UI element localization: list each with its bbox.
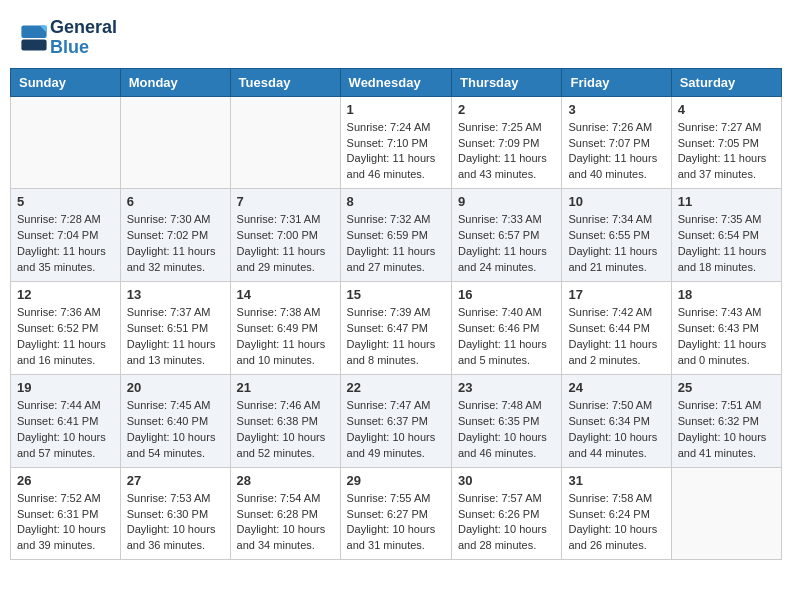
day-number: 14 [237, 287, 334, 302]
cell-content: Sunrise: 7:58 AM Sunset: 6:24 PM Dayligh… [568, 491, 664, 555]
day-number: 17 [568, 287, 664, 302]
calendar-cell: 24Sunrise: 7:50 AM Sunset: 6:34 PM Dayli… [562, 374, 671, 467]
calendar-cell: 8Sunrise: 7:32 AM Sunset: 6:59 PM Daylig… [340, 189, 451, 282]
cell-content: Sunrise: 7:28 AM Sunset: 7:04 PM Dayligh… [17, 212, 114, 276]
cell-content: Sunrise: 7:47 AM Sunset: 6:37 PM Dayligh… [347, 398, 445, 462]
calendar-cell: 27Sunrise: 7:53 AM Sunset: 6:30 PM Dayli… [120, 467, 230, 560]
cell-content: Sunrise: 7:43 AM Sunset: 6:43 PM Dayligh… [678, 305, 775, 369]
calendar-cell: 7Sunrise: 7:31 AM Sunset: 7:00 PM Daylig… [230, 189, 340, 282]
cell-content: Sunrise: 7:55 AM Sunset: 6:27 PM Dayligh… [347, 491, 445, 555]
calendar-cell: 6Sunrise: 7:30 AM Sunset: 7:02 PM Daylig… [120, 189, 230, 282]
cell-content: Sunrise: 7:38 AM Sunset: 6:49 PM Dayligh… [237, 305, 334, 369]
day-number: 23 [458, 380, 555, 395]
calendar-cell: 17Sunrise: 7:42 AM Sunset: 6:44 PM Dayli… [562, 282, 671, 375]
cell-content: Sunrise: 7:37 AM Sunset: 6:51 PM Dayligh… [127, 305, 224, 369]
calendar-week-row: 5Sunrise: 7:28 AM Sunset: 7:04 PM Daylig… [11, 189, 782, 282]
cell-content: Sunrise: 7:35 AM Sunset: 6:54 PM Dayligh… [678, 212, 775, 276]
svg-rect-1 [21, 39, 46, 50]
logo: General Blue [20, 18, 117, 58]
calendar-cell: 5Sunrise: 7:28 AM Sunset: 7:04 PM Daylig… [11, 189, 121, 282]
calendar-table: SundayMondayTuesdayWednesdayThursdayFrid… [10, 68, 782, 561]
day-number: 28 [237, 473, 334, 488]
cell-content: Sunrise: 7:31 AM Sunset: 7:00 PM Dayligh… [237, 212, 334, 276]
day-number: 29 [347, 473, 445, 488]
day-number: 4 [678, 102, 775, 117]
calendar-week-row: 19Sunrise: 7:44 AM Sunset: 6:41 PM Dayli… [11, 374, 782, 467]
calendar-cell: 30Sunrise: 7:57 AM Sunset: 6:26 PM Dayli… [452, 467, 562, 560]
day-number: 6 [127, 194, 224, 209]
day-number: 24 [568, 380, 664, 395]
day-number: 3 [568, 102, 664, 117]
cell-content: Sunrise: 7:48 AM Sunset: 6:35 PM Dayligh… [458, 398, 555, 462]
day-number: 30 [458, 473, 555, 488]
calendar-cell: 16Sunrise: 7:40 AM Sunset: 6:46 PM Dayli… [452, 282, 562, 375]
calendar-cell: 21Sunrise: 7:46 AM Sunset: 6:38 PM Dayli… [230, 374, 340, 467]
calendar-cell: 18Sunrise: 7:43 AM Sunset: 6:43 PM Dayli… [671, 282, 781, 375]
day-number: 1 [347, 102, 445, 117]
cell-content: Sunrise: 7:57 AM Sunset: 6:26 PM Dayligh… [458, 491, 555, 555]
calendar-cell: 11Sunrise: 7:35 AM Sunset: 6:54 PM Dayli… [671, 189, 781, 282]
day-number: 26 [17, 473, 114, 488]
day-number: 27 [127, 473, 224, 488]
calendar-cell: 23Sunrise: 7:48 AM Sunset: 6:35 PM Dayli… [452, 374, 562, 467]
day-number: 10 [568, 194, 664, 209]
cell-content: Sunrise: 7:46 AM Sunset: 6:38 PM Dayligh… [237, 398, 334, 462]
day-number: 19 [17, 380, 114, 395]
calendar-cell [120, 96, 230, 189]
calendar-cell: 31Sunrise: 7:58 AM Sunset: 6:24 PM Dayli… [562, 467, 671, 560]
calendar-week-row: 1Sunrise: 7:24 AM Sunset: 7:10 PM Daylig… [11, 96, 782, 189]
day-number: 5 [17, 194, 114, 209]
cell-content: Sunrise: 7:26 AM Sunset: 7:07 PM Dayligh… [568, 120, 664, 184]
calendar-cell: 15Sunrise: 7:39 AM Sunset: 6:47 PM Dayli… [340, 282, 451, 375]
calendar-cell: 9Sunrise: 7:33 AM Sunset: 6:57 PM Daylig… [452, 189, 562, 282]
calendar-cell: 3Sunrise: 7:26 AM Sunset: 7:07 PM Daylig… [562, 96, 671, 189]
cell-content: Sunrise: 7:25 AM Sunset: 7:09 PM Dayligh… [458, 120, 555, 184]
cell-content: Sunrise: 7:24 AM Sunset: 7:10 PM Dayligh… [347, 120, 445, 184]
day-number: 21 [237, 380, 334, 395]
day-number: 11 [678, 194, 775, 209]
cell-content: Sunrise: 7:30 AM Sunset: 7:02 PM Dayligh… [127, 212, 224, 276]
day-number: 2 [458, 102, 555, 117]
day-number: 12 [17, 287, 114, 302]
day-number: 8 [347, 194, 445, 209]
day-number: 15 [347, 287, 445, 302]
day-number: 20 [127, 380, 224, 395]
logo-text: General Blue [50, 18, 117, 58]
cell-content: Sunrise: 7:45 AM Sunset: 6:40 PM Dayligh… [127, 398, 224, 462]
calendar-week-row: 12Sunrise: 7:36 AM Sunset: 6:52 PM Dayli… [11, 282, 782, 375]
calendar-cell: 20Sunrise: 7:45 AM Sunset: 6:40 PM Dayli… [120, 374, 230, 467]
calendar-cell: 26Sunrise: 7:52 AM Sunset: 6:31 PM Dayli… [11, 467, 121, 560]
calendar-cell: 10Sunrise: 7:34 AM Sunset: 6:55 PM Dayli… [562, 189, 671, 282]
day-number: 13 [127, 287, 224, 302]
column-header-friday: Friday [562, 68, 671, 96]
calendar-week-row: 26Sunrise: 7:52 AM Sunset: 6:31 PM Dayli… [11, 467, 782, 560]
calendar-cell [671, 467, 781, 560]
day-number: 31 [568, 473, 664, 488]
cell-content: Sunrise: 7:34 AM Sunset: 6:55 PM Dayligh… [568, 212, 664, 276]
day-number: 22 [347, 380, 445, 395]
cell-content: Sunrise: 7:54 AM Sunset: 6:28 PM Dayligh… [237, 491, 334, 555]
cell-content: Sunrise: 7:44 AM Sunset: 6:41 PM Dayligh… [17, 398, 114, 462]
calendar-cell: 1Sunrise: 7:24 AM Sunset: 7:10 PM Daylig… [340, 96, 451, 189]
calendar-cell: 22Sunrise: 7:47 AM Sunset: 6:37 PM Dayli… [340, 374, 451, 467]
calendar-cell: 14Sunrise: 7:38 AM Sunset: 6:49 PM Dayli… [230, 282, 340, 375]
cell-content: Sunrise: 7:50 AM Sunset: 6:34 PM Dayligh… [568, 398, 664, 462]
logo-icon [20, 24, 48, 52]
cell-content: Sunrise: 7:39 AM Sunset: 6:47 PM Dayligh… [347, 305, 445, 369]
calendar-cell: 12Sunrise: 7:36 AM Sunset: 6:52 PM Dayli… [11, 282, 121, 375]
cell-content: Sunrise: 7:40 AM Sunset: 6:46 PM Dayligh… [458, 305, 555, 369]
cell-content: Sunrise: 7:52 AM Sunset: 6:31 PM Dayligh… [17, 491, 114, 555]
page-header: General Blue [10, 10, 782, 64]
cell-content: Sunrise: 7:51 AM Sunset: 6:32 PM Dayligh… [678, 398, 775, 462]
column-header-wednesday: Wednesday [340, 68, 451, 96]
cell-content: Sunrise: 7:33 AM Sunset: 6:57 PM Dayligh… [458, 212, 555, 276]
cell-content: Sunrise: 7:36 AM Sunset: 6:52 PM Dayligh… [17, 305, 114, 369]
cell-content: Sunrise: 7:27 AM Sunset: 7:05 PM Dayligh… [678, 120, 775, 184]
calendar-header-row: SundayMondayTuesdayWednesdayThursdayFrid… [11, 68, 782, 96]
calendar-cell: 2Sunrise: 7:25 AM Sunset: 7:09 PM Daylig… [452, 96, 562, 189]
day-number: 18 [678, 287, 775, 302]
day-number: 7 [237, 194, 334, 209]
calendar-cell: 13Sunrise: 7:37 AM Sunset: 6:51 PM Dayli… [120, 282, 230, 375]
day-number: 16 [458, 287, 555, 302]
cell-content: Sunrise: 7:53 AM Sunset: 6:30 PM Dayligh… [127, 491, 224, 555]
